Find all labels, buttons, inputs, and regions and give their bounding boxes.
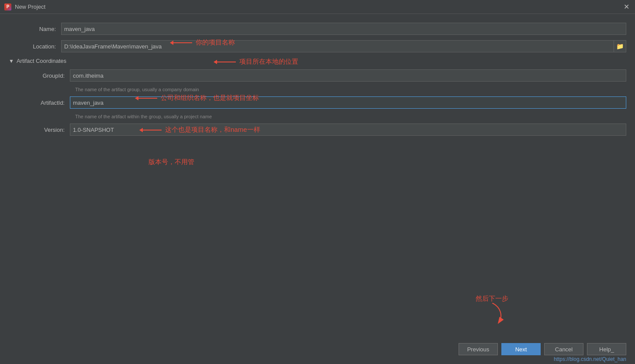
version-annotation: 版本号，不用管	[148, 158, 194, 166]
help-button[interactable]: Help_	[587, 343, 626, 355]
previous-button[interactable]: Previous	[459, 343, 498, 355]
title-bar-left: P New Project	[4, 3, 45, 10]
groupid-hint: The name of the artifact group, usually …	[17, 87, 626, 92]
next-button[interactable]: Next	[501, 343, 541, 355]
browse-button[interactable]: 📁	[614, 40, 626, 52]
name-label: Name:	[9, 26, 61, 32]
title-bar: P New Project ✕	[0, 0, 635, 14]
dialog-content: Name: Location: 📁 ▼ Artifact Coordinates…	[0, 14, 635, 339]
groupid-input[interactable]	[70, 69, 626, 82]
location-input[interactable]	[61, 40, 614, 52]
groupid-row: GroupId:	[17, 69, 626, 82]
cancel-button[interactable]: Cancel	[544, 343, 583, 355]
location-label: Location:	[9, 43, 61, 50]
dialog-title: New Project	[15, 3, 45, 10]
groupid-label: GroupId:	[17, 72, 70, 79]
version-row: Version:	[17, 124, 626, 136]
dialog-footer: 然后下一步 Previous Next Cancel Help_	[0, 339, 635, 364]
name-row: Name:	[9, 23, 626, 35]
artifactid-hint: The name of the artifact within the grou…	[17, 114, 626, 119]
artifactid-label: ArtifactId:	[17, 100, 70, 106]
artifactid-input[interactable]	[70, 96, 626, 109]
new-project-dialog: P New Project ✕ Name: Location: 📁 ▼ Arti…	[0, 0, 635, 364]
artifact-header[interactable]: ▼ Artifact Coordinates	[9, 58, 626, 64]
name-input[interactable]	[61, 23, 626, 35]
location-input-wrapper: 📁	[61, 40, 626, 52]
artifactid-row: ArtifactId:	[17, 96, 626, 109]
version-label: Version:	[17, 127, 70, 133]
artifact-content: GroupId: The name of the artifact group,…	[9, 69, 626, 136]
watermark: https://blog.csdn.net/Quiet_han	[554, 356, 626, 362]
app-icon: P	[4, 3, 11, 10]
close-button[interactable]: ✕	[622, 3, 631, 11]
location-row: Location: 📁	[9, 40, 626, 52]
collapse-arrow-icon: ▼	[9, 58, 14, 64]
artifact-section-title: Artifact Coordinates	[17, 58, 66, 64]
artifact-section: ▼ Artifact Coordinates GroupId: The name…	[9, 58, 626, 136]
version-input[interactable]	[70, 124, 626, 136]
